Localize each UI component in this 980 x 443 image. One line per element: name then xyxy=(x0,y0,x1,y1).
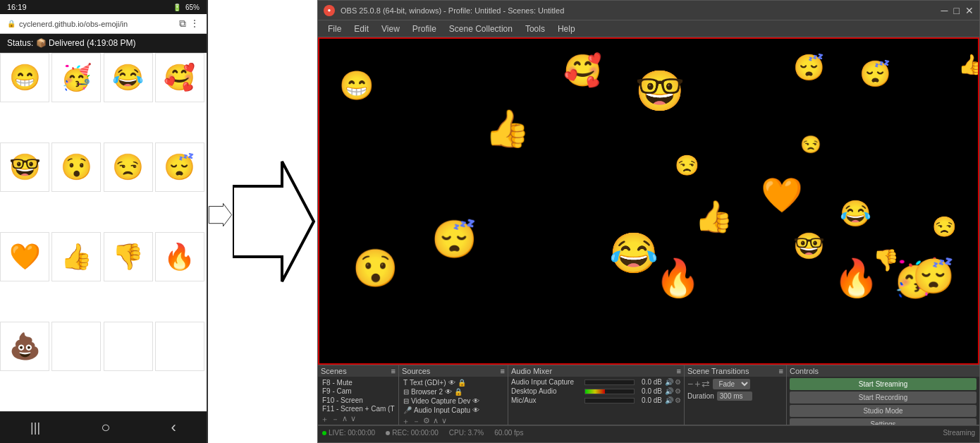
scenes-add-icon[interactable]: ＋ xyxy=(321,414,329,425)
source-lock-icon-2[interactable]: 🔒 xyxy=(454,388,463,396)
phone-time: 16:19 xyxy=(7,3,27,11)
source-text-icon: T xyxy=(403,379,408,387)
scene-row-screen-cam[interactable]: F11 - Screen + Cam (T xyxy=(321,404,396,413)
audio-row-desktop: Desktop Audio 0.0 dB 🔊 ⚙ xyxy=(511,387,681,395)
sources-settings-icon[interactable]: ⚙ xyxy=(423,416,430,425)
transition-type-select[interactable]: Fade Cut Move xyxy=(713,379,750,389)
scenes-down-icon[interactable]: ∨ xyxy=(350,414,356,425)
floating-emoji: 😴 xyxy=(859,61,891,87)
transition-duration-input[interactable] xyxy=(717,392,752,401)
emoji-cell-thumbs-up[interactable]: 👍 xyxy=(51,232,101,281)
svg-marker-0 xyxy=(233,162,314,281)
menu-tools[interactable]: Tools xyxy=(520,23,551,35)
scene-row-screen[interactable]: F10 - Screen xyxy=(321,396,396,404)
sources-down-icon[interactable]: ∨ xyxy=(441,416,447,425)
audio-menu-icon[interactable]: ≡ xyxy=(677,367,681,375)
emoji-cell-unamused[interactable]: 😒 xyxy=(104,142,153,192)
emoji-cell-sleeping[interactable]: 😴 xyxy=(155,142,204,192)
menu-file[interactable]: File xyxy=(322,23,347,35)
settings-button[interactable]: Settings xyxy=(790,418,976,425)
audio-settings-icon[interactable]: ⚙ xyxy=(675,378,681,386)
sources-add-icon[interactable]: ＋ xyxy=(402,416,410,425)
source-row-text[interactable]: T Text (GDI+) 👁 🔒 xyxy=(402,378,505,387)
scene-row-cam[interactable]: F9 - Cam xyxy=(321,387,396,395)
transitions-title: Scene Transitions xyxy=(687,367,749,375)
audio-mic-value: 0.0 dB xyxy=(637,396,662,404)
menu-scene-collection[interactable]: Scene Collection xyxy=(443,23,518,35)
source-eye-icon-2[interactable]: 👁 xyxy=(445,388,452,396)
emoji-cell-nerd[interactable]: 🤓 xyxy=(0,142,49,192)
scenes-menu-icon[interactable]: ≡ xyxy=(391,367,396,375)
sources-up-icon[interactable]: ∧ xyxy=(433,416,439,425)
right-arrow-diagram xyxy=(208,151,233,292)
sources-menu-icon[interactable]: ≡ xyxy=(501,367,505,375)
audio-mic-mute-icon[interactable]: 🔊 xyxy=(665,396,673,404)
floating-emoji: 🧡 xyxy=(761,178,803,212)
source-row-audio-input[interactable]: 🎤 Audio Input Captu 👁 xyxy=(402,406,505,415)
sources-remove-icon[interactable]: － xyxy=(412,416,420,425)
transitions-menu-icon[interactable]: ≡ xyxy=(779,367,783,375)
menu-profile[interactable]: Profile xyxy=(407,23,442,35)
audio-input-icons: 🔊 ⚙ xyxy=(665,378,681,386)
start-streaming-button[interactable]: Start Streaming xyxy=(790,378,976,390)
floating-emoji: 😯 xyxy=(353,250,398,286)
emoji-cell-hugging[interactable]: 🥰 xyxy=(155,53,204,102)
transition-plus-icon[interactable]: + xyxy=(694,378,700,389)
source-eye-icon-4[interactable]: 👁 xyxy=(472,406,479,414)
live-dot xyxy=(322,431,326,435)
start-recording-button[interactable]: Start Recording xyxy=(790,392,976,403)
phone-nav-home[interactable]: ○ xyxy=(101,418,110,437)
menu-edit[interactable]: Edit xyxy=(348,23,374,35)
source-row-video[interactable]: ⊟ Video Capture Dev 👁 xyxy=(402,396,505,406)
transition-minus-icon[interactable]: − xyxy=(687,378,693,389)
floating-emoji: 😴 xyxy=(912,260,955,293)
source-video-icon: ⊟ xyxy=(403,397,409,405)
scene-row-mute[interactable]: F8 - Mute xyxy=(321,378,396,387)
scenes-up-icon[interactable]: ∧ xyxy=(342,414,348,425)
transition-switch-icon[interactable]: ⇄ xyxy=(702,378,710,389)
emoji-cell-crying-laugh[interactable]: 😂 xyxy=(104,53,153,102)
floating-emoji: 😁 xyxy=(339,71,374,99)
phone-nav-back[interactable]: ‹ xyxy=(171,418,176,437)
menu-help[interactable]: Help xyxy=(552,23,581,35)
maximize-button[interactable]: □ xyxy=(954,5,960,16)
phone-url-bar[interactable]: 🔒 cyclenerd.github.io/obs-emoji/in ⧉ ⋮ xyxy=(0,14,207,34)
menu-view[interactable]: View xyxy=(376,23,405,35)
audio-desktop-mute-icon[interactable]: 🔊 xyxy=(665,387,673,395)
emoji-cell-party[interactable]: 🥳 xyxy=(51,53,101,102)
transition-duration-row: Duration xyxy=(687,392,783,401)
obs-statusbar: LIVE: 00:00:00 REC: 00:00:00 CPU: 3.7% 6… xyxy=(318,425,979,439)
tab-icon[interactable]: ⧉ xyxy=(179,18,186,30)
emoji-cell-fire[interactable]: 🔥 xyxy=(155,232,204,281)
obs-panels-row: Scenes ≡ F8 - Mute F9 - Cam F10 - Screen… xyxy=(318,365,979,425)
close-button[interactable]: ✕ xyxy=(965,5,974,16)
emoji-cell-heart[interactable]: 🧡 xyxy=(0,232,49,281)
emoji-cell-empty-2 xyxy=(104,322,153,371)
audio-mute-icon[interactable]: 🔊 xyxy=(665,378,673,386)
audio-desktop-bar xyxy=(584,389,635,394)
source-lock-icon[interactable]: 🔒 xyxy=(458,379,466,387)
minimize-button[interactable]: ─ xyxy=(941,5,948,16)
source-row-browser[interactable]: ⊟ Browser 2 👁 🔒 xyxy=(402,387,505,396)
phone-nav-recent[interactable]: ||| xyxy=(30,420,40,435)
emoji-cell-poop[interactable]: 💩 xyxy=(0,322,49,371)
audio-mic-settings-icon[interactable]: ⚙ xyxy=(675,396,681,404)
rec-time: REC: 00:00:00 xyxy=(392,429,439,437)
emoji-cell-laugh[interactable]: 😁 xyxy=(0,53,49,102)
emoji-cell-shocked[interactable]: 😯 xyxy=(51,142,101,192)
scenes-remove-icon[interactable]: － xyxy=(331,414,339,425)
menu-icon[interactable]: ⋮ xyxy=(190,18,200,30)
panel-controls: Controls Start Streaming Start Recording… xyxy=(787,365,979,425)
floating-emoji: 🥰 xyxy=(563,55,602,86)
source-eye-icon-3[interactable]: 👁 xyxy=(472,397,479,405)
panel-sources: Sources ≡ T Text (GDI+) 👁 🔒 ⊟ Browser 2 … xyxy=(399,365,508,425)
status-cpu: CPU: 3.7% xyxy=(449,429,484,437)
status-fps: 60.00 fps xyxy=(494,429,523,437)
studio-mode-button[interactable]: Studio Mode xyxy=(790,405,976,417)
emoji-cell-thumbs-down[interactable]: 👎 xyxy=(104,232,153,281)
source-eye-icon[interactable]: 👁 xyxy=(448,379,455,387)
panel-audio: Audio Mixer ≡ Audio Input Capture 0.0 dB… xyxy=(508,365,685,425)
source-browser-label: Browser 2 xyxy=(411,388,443,396)
audio-desktop-settings-icon[interactable]: ⚙ xyxy=(675,387,681,395)
floating-emoji: 😴 xyxy=(793,55,825,80)
